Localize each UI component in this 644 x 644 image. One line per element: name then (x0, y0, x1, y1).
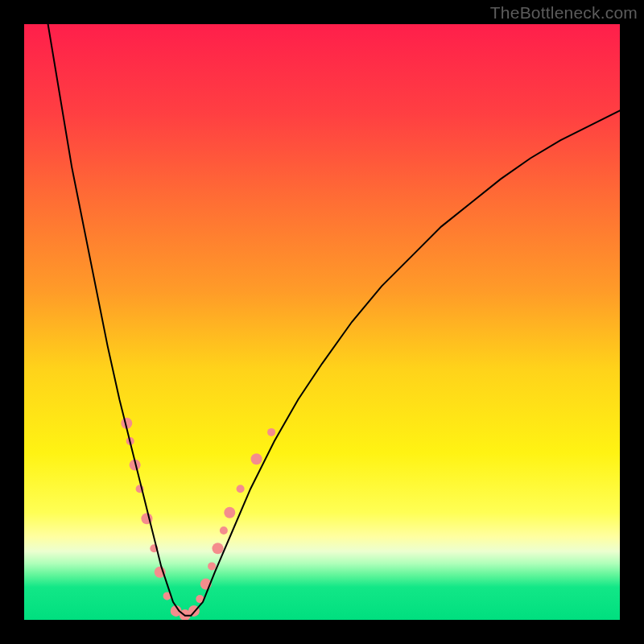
highlight-dot (251, 453, 262, 464)
curve-layer (24, 24, 620, 620)
highlight-dot (213, 543, 224, 554)
chart-frame: TheBottleneck.com (0, 0, 644, 644)
highlight-dot (208, 562, 216, 570)
highlight-dot (237, 485, 245, 493)
watermark-text: TheBottleneck.com (490, 3, 638, 23)
bottleneck-curve (48, 24, 620, 616)
highlight-dot (267, 428, 275, 436)
highlight-dot (224, 507, 235, 518)
plot-area (24, 24, 620, 620)
marker-group (121, 418, 275, 620)
highlight-dot (220, 526, 228, 535)
